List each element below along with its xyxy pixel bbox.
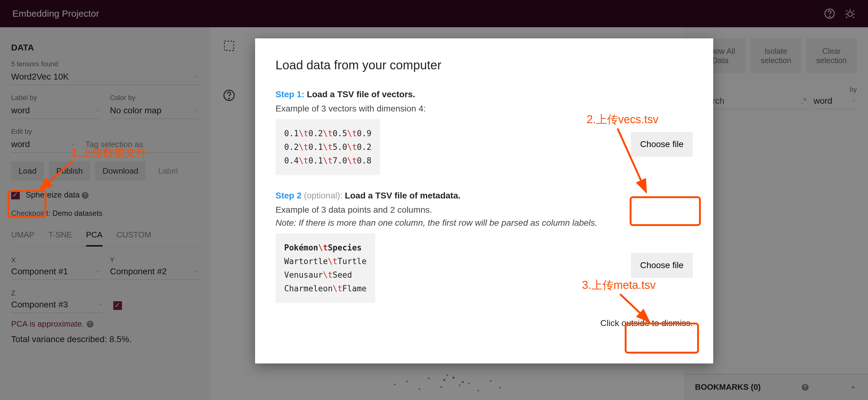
load-data-modal: Load data from your computer Step 1: Loa… (255, 38, 713, 364)
step1-code: 0.1\t0.2\t0.5\t0.9 0.2\t0.1\t5.0\t0.2 0.… (276, 119, 380, 175)
choose-file-vectors-button[interactable]: Choose file (631, 132, 693, 157)
step1-keyword: Step 1: (276, 90, 304, 99)
step2-keyword: Step 2 (276, 191, 302, 200)
step2-code: Pokémon\tSpecies Wartortle\tTurtle Venus… (276, 234, 375, 303)
step2-example-label: Example of 3 data points and 2 columns. (276, 205, 693, 215)
dismiss-hint: Click outside to dismiss. (276, 318, 693, 328)
step1-title: Load a TSV file of vectors. (307, 90, 415, 99)
step1-example-label: Example of 3 vectors with dimension 4: (276, 104, 693, 114)
choose-file-metadata-button[interactable]: Choose file (631, 253, 693, 278)
step2-note: Note: If there is more than one column, … (276, 218, 693, 228)
modal-title: Load data from your computer (276, 58, 693, 72)
step2-optional: (optional): (304, 191, 343, 200)
step2-title: Load a TSV file of metadata. (345, 191, 460, 200)
